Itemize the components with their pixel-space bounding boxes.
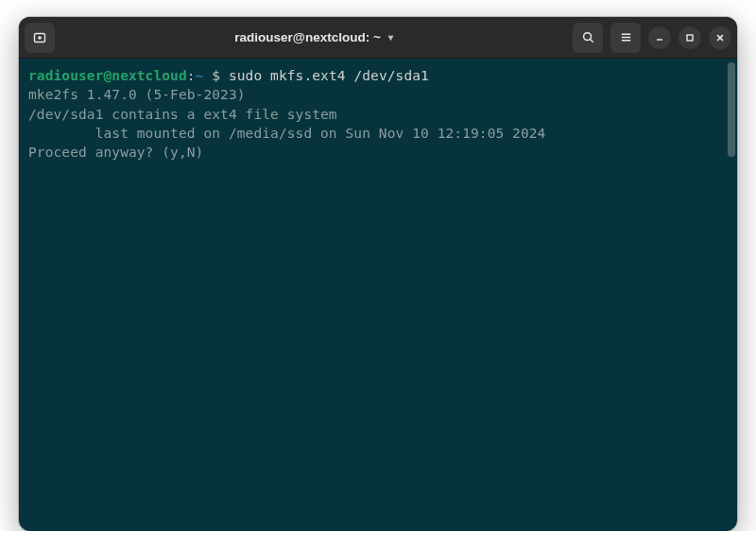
prompt-line: radiouser@nextcloud:~ $ sudo mkfs.ext4 /…	[28, 66, 728, 85]
output-prompt: Proceed anyway? (y,N)	[28, 143, 728, 162]
prompt-symbol: $	[203, 68, 229, 83]
svg-line-4	[590, 40, 593, 43]
titlebar: radiouser@nextcloud: ~ ▾	[19, 17, 737, 59]
menu-button[interactable]	[610, 23, 641, 53]
command-text: sudo mkfs.ext4 /dev/sda1	[229, 68, 429, 83]
output-line-3: last mounted on /media/ssd on Sun Nov 10…	[28, 124, 728, 143]
minimize-icon	[655, 33, 664, 43]
new-tab-button[interactable]	[25, 23, 55, 53]
close-button[interactable]	[709, 26, 731, 49]
new-tab-icon	[32, 30, 47, 45]
title-dropdown-icon[interactable]: ▾	[388, 32, 393, 43]
window-title: radiouser@nextcloud: ~ ▾	[55, 30, 573, 44]
terminal-content[interactable]: radiouser@nextcloud:~ $ sudo mkfs.ext4 /…	[19, 59, 737, 531]
output-line-1: mke2fs 1.47.0 (5-Feb-2023)	[28, 85, 728, 104]
maximize-icon	[685, 33, 695, 43]
output-line-2: /dev/sda1 contains a ext4 file system	[28, 105, 728, 124]
search-button[interactable]	[573, 23, 603, 53]
search-icon	[581, 30, 595, 44]
terminal-window: radiouser@nextcloud: ~ ▾	[19, 17, 737, 531]
svg-point-3	[583, 33, 591, 41]
window-title-text: radiouser@nextcloud: ~	[234, 30, 381, 44]
scrollbar-thumb[interactable]	[728, 62, 735, 157]
svg-rect-9	[687, 35, 693, 41]
prompt-user-host: radiouser@nextcloud	[28, 68, 187, 83]
close-icon	[715, 33, 725, 43]
prompt-separator: :	[187, 68, 196, 83]
minimize-button[interactable]	[648, 26, 671, 49]
maximize-button[interactable]	[679, 26, 701, 49]
hamburger-icon	[619, 30, 633, 44]
